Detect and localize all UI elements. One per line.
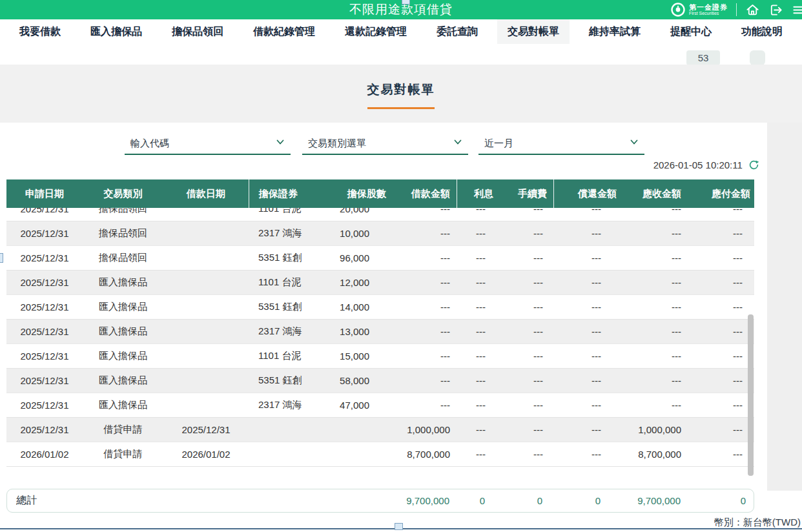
right-gutter [767,123,802,491]
brand-logo[interactable]: 第一金證券 First Securities [670,2,728,17]
table-cell: 2025/12/31 [6,252,83,263]
nav-item-9[interactable]: 功能說明 [731,19,793,44]
header-cell-2: 交易類別 [83,179,163,208]
nav-item-3[interactable]: 借款紀錄管理 [243,19,325,44]
table-cell: --- [395,351,457,362]
table-cell: --- [504,302,553,312]
table-row: 2025/12/31借貸申請2025/12/311,000,000-------… [6,418,754,442]
page-title: 交易對帳單 [367,81,435,98]
header-cell-3: 借款日期 [163,179,249,208]
stock-code-select[interactable]: 輸入代碼 [125,133,291,155]
table-cell: --- [689,375,754,386]
brand-logo-icon [670,2,686,17]
resize-handle-top[interactable] [402,0,410,5]
page-title-band: 交易對帳單 [0,65,802,123]
table-cell: --- [689,302,754,312]
table-cell: --- [395,326,457,337]
nav-item-1[interactable]: 匯入擔保品 [80,19,152,44]
title-underline [367,107,435,109]
header-cell-6: 借款金額 [395,179,457,208]
table-cell: 2317 鴻海 [249,399,336,411]
table-cell: --- [395,252,457,263]
table-cell: --- [623,252,689,263]
table-cell: --- [689,277,754,288]
table-cell: 借貸申請 [83,424,163,436]
table-cell: --- [553,208,623,214]
table-cell: 1,000,000 [623,424,689,435]
header-cell-10: 應收金額 [623,179,689,208]
table-cell: --- [689,424,754,435]
count-badge: 53 [686,50,720,65]
nav-item-7[interactable]: 維持率試算 [579,19,651,44]
table-cell: 2025/12/31 [6,351,83,362]
table-cell: --- [623,400,689,411]
table-cell: --- [623,228,689,239]
total-row: 總計9,700,0000009,700,0000 [6,489,754,513]
table-scrollbar-thumb[interactable] [748,314,754,476]
table-row: 2025/12/31擔保品領回5351 鈺創96,000------------… [6,246,754,271]
table-row: 2025/12/31匯入擔保品5351 鈺創14,000------------… [6,295,754,320]
table-cell: --- [553,424,623,435]
table-cell: --- [504,424,553,435]
nav-item-2[interactable]: 擔保品領回 [161,19,234,44]
table-cell: 2317 鴻海 [249,227,336,240]
resize-handle-left[interactable] [0,253,3,263]
home-icon[interactable] [745,3,760,17]
table-cell: 2025/12/31 [6,277,83,288]
table-cell: --- [457,375,504,386]
total-label: 總計 [7,494,82,507]
transaction-type-select-value: 交易類別選單 [308,138,366,150]
date-range-select[interactable]: 近一月 [478,133,644,155]
table-cell: --- [689,449,754,460]
resize-handle-bottom[interactable] [395,523,403,530]
last-updated: 2026-01-05 10:20:11 [0,159,759,172]
table-row: 2025/12/31匯入擔保品2317 鴻海13,000------------… [6,320,754,344]
table-cell: 2025/12/31 [6,424,83,435]
table-row: 2025/12/31擔保品領回1101 台泥20,000------------… [6,208,754,221]
nav-item-5[interactable]: 委託查詢 [426,19,488,44]
table-cell: --- [395,208,457,214]
header-cell-5: 擔保股數 [336,179,395,208]
table-body: 2025/12/31擔保品領回1101 台泥20,000------------… [6,208,754,467]
table-cell: --- [504,228,553,239]
table-cell: 5351 鈺創 [249,374,336,387]
table-cell: 1101 台泥 [249,208,336,215]
header-cell-9: 償還金額 [553,179,623,208]
nav-item-6[interactable]: 交易對帳單 [497,19,570,44]
table-cell: 2025/12/31 [6,302,83,312]
table-cell: --- [504,351,553,362]
table-cell: 擔保品領回 [83,227,163,240]
table-row: 2025/12/31匯入擔保品2317 鴻海47,000------------… [6,393,754,418]
header-cell-11: 應付金額 [689,179,754,208]
table-cell: 匯入擔保品 [83,399,163,411]
table-cell: 2025/12/31 [6,326,83,337]
refresh-icon[interactable] [748,159,759,172]
table-body-scroll-area[interactable]: 2025/12/31擔保品領回1101 台泥20,000------------… [6,208,754,471]
table-cell: 匯入擔保品 [83,325,163,338]
top-header-bar: 不限用途款項借貸 第一金證券 First Securities [0,0,802,19]
nav-item-8[interactable]: 提醒中心 [660,19,722,44]
table-row: 2025/12/31匯入擔保品1101 台泥12,000------------… [6,271,754,295]
table-cell: --- [457,208,504,214]
table-cell: --- [689,326,754,337]
table-cell: 8,700,000 [395,449,457,460]
table-cell: 5351 鈺創 [249,252,336,264]
table-row: 2025/12/31匯入擔保品1101 台泥15,000------------… [6,344,754,369]
header-cell-4: 擔保證券 [249,179,336,208]
table-cell: --- [553,277,623,288]
table-cell: 14,000 [336,302,395,312]
menu-icon[interactable] [792,3,802,17]
transaction-type-select[interactable]: 交易類別選單 [302,133,468,155]
table-cell: 2025/12/31 [6,375,83,386]
nav-item-0[interactable]: 我要借款 [9,19,71,44]
table-cell: 13,000 [336,326,395,337]
table-cell: 1,000,000 [395,424,457,435]
table-cell: 47,000 [336,400,395,411]
table-cell: 8,700,000 [623,449,689,460]
table-cell: 2025/12/31 [163,424,249,435]
app-title: 不限用途款項借貸 [349,0,453,19]
nav-item-4[interactable]: 還款記錄管理 [334,19,417,44]
logout-icon[interactable] [768,3,783,17]
table-cell: --- [504,400,553,411]
table-cell: 2025/12/31 [6,400,83,411]
